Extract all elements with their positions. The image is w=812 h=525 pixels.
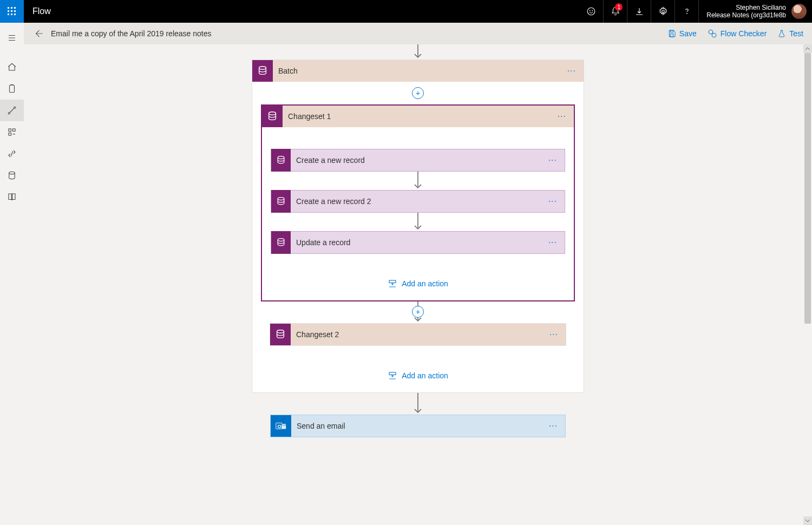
- test-button[interactable]: Test: [777, 29, 803, 38]
- cds-connector-icon: [270, 324, 291, 345]
- account-manager[interactable]: Stephen Siciliano Release Notes (org3d1f…: [698, 0, 812, 23]
- svg-rect-5: [14, 10, 16, 12]
- svg-point-16: [14, 107, 16, 108]
- cds-connector-icon: [252, 60, 273, 82]
- svg-point-29: [278, 239, 284, 241]
- save-button[interactable]: Save: [667, 29, 697, 38]
- action-create-record[interactable]: Create a new record ···: [271, 149, 565, 172]
- settings-button[interactable]: [651, 0, 675, 23]
- add-action-changeset1[interactable]: Add an action: [271, 269, 565, 292]
- action-menu-button[interactable]: ···: [541, 196, 565, 206]
- svg-rect-7: [11, 14, 12, 15]
- avatar: [791, 4, 807, 19]
- changeset-1-menu-button[interactable]: ···: [550, 111, 574, 121]
- cds-connector-icon: [262, 106, 283, 127]
- left-nav-rail: [0, 23, 24, 525]
- flow-checker-button[interactable]: Flow Checker: [708, 29, 767, 38]
- add-step-button[interactable]: +: [412, 306, 424, 318]
- svg-point-25: [259, 67, 266, 70]
- connector-arrow-icon: [414, 393, 422, 415]
- rail-action-items[interactable]: [0, 78, 24, 100]
- changeset-2-menu-button[interactable]: ···: [542, 330, 566, 339]
- changeset-1-card: Changeset 1 ··· Create a new record ···: [261, 104, 575, 301]
- cds-connector-icon: [271, 149, 291, 172]
- action-update-record[interactable]: Update a record ···: [271, 231, 565, 254]
- brand-name: Flow: [24, 6, 60, 16]
- notification-badge: 1: [615, 3, 623, 11]
- global-header: Flow 1 Stephen Siciliano Release Notes (…: [0, 0, 812, 23]
- add-action-label: Add an action: [402, 371, 448, 380]
- batch-header[interactable]: Batch ···: [252, 60, 584, 82]
- test-label: Test: [789, 29, 803, 38]
- svg-rect-18: [13, 129, 16, 132]
- vertical-scrollbar[interactable]: [803, 44, 812, 525]
- scrollbar-thumb[interactable]: [804, 53, 811, 324]
- user-org: Release Notes (org3d1fe8b: [706, 11, 786, 19]
- connector-arrow-icon: [414, 213, 422, 231]
- feedback-button[interactable]: [579, 0, 603, 23]
- svg-rect-32: [389, 372, 396, 375]
- notifications-button[interactable]: 1: [603, 0, 627, 23]
- app-launcher-button[interactable]: [0, 0, 24, 23]
- action-label: Update a record: [291, 238, 541, 247]
- send-email-header[interactable]: O Send an email ···: [271, 415, 565, 437]
- download-button[interactable]: [627, 0, 651, 23]
- svg-point-20: [9, 172, 15, 174]
- rail-learn[interactable]: [0, 186, 24, 208]
- svg-rect-30: [389, 280, 396, 283]
- svg-rect-19: [9, 133, 11, 136]
- cds-connector-icon: [271, 190, 291, 213]
- svg-rect-17: [9, 129, 11, 132]
- save-label: Save: [679, 29, 697, 38]
- scroll-up-arrow-icon[interactable]: [803, 44, 812, 53]
- svg-point-13: [686, 13, 687, 14]
- action-create-record-2[interactable]: Create a new record 2 ···: [271, 190, 565, 213]
- svg-rect-8: [14, 14, 16, 15]
- rail-home[interactable]: [0, 56, 24, 78]
- action-menu-button[interactable]: ···: [541, 238, 565, 247]
- add-action-batch[interactable]: Add an action: [261, 361, 575, 384]
- connector-arrow-icon: [414, 172, 422, 190]
- action-menu-button[interactable]: ···: [541, 155, 565, 165]
- svg-point-12: [662, 10, 664, 13]
- send-email-title: Send an email: [291, 422, 541, 430]
- action-label: Create a new record 2: [291, 197, 541, 206]
- add-step-button[interactable]: +: [412, 87, 424, 99]
- scroll-down-arrow-icon[interactable]: [803, 516, 812, 525]
- changeset-1-title: Changeset 1: [283, 112, 550, 121]
- rail-menu-button[interactable]: [0, 27, 24, 49]
- batch-menu-button[interactable]: ···: [560, 66, 584, 76]
- send-email-menu-button[interactable]: ···: [541, 421, 565, 431]
- svg-point-10: [590, 10, 591, 11]
- changeset-2-title: Changeset 2: [291, 330, 542, 339]
- rail-data[interactable]: [0, 165, 24, 186]
- svg-rect-2: [14, 7, 16, 9]
- designer-toolbar: Email me a copy of the April 2019 releas…: [24, 23, 812, 44]
- send-email-card: O Send an email ···: [270, 415, 566, 437]
- flow-checker-label: Flow Checker: [721, 29, 767, 38]
- svg-point-9: [587, 8, 595, 15]
- svg-rect-14: [10, 85, 15, 93]
- svg-rect-4: [11, 10, 12, 12]
- flow-title[interactable]: Email me a copy of the April 2019 releas…: [51, 29, 212, 38]
- changeset-2-header[interactable]: Changeset 2 ···: [270, 324, 566, 345]
- batch-title: Batch: [273, 67, 560, 75]
- svg-rect-6: [8, 14, 9, 15]
- changeset-1-header[interactable]: Changeset 1 ···: [262, 106, 574, 127]
- svg-point-26: [269, 112, 276, 115]
- rail-my-flows[interactable]: [0, 100, 24, 121]
- svg-rect-1: [11, 7, 12, 9]
- rail-connectors[interactable]: [0, 143, 24, 165]
- add-action-label: Add an action: [402, 279, 448, 288]
- svg-rect-3: [8, 10, 9, 12]
- svg-text:O: O: [278, 424, 281, 429]
- changeset-2-card: Changeset 2 ···: [270, 323, 566, 346]
- action-label: Create a new record: [291, 156, 541, 165]
- back-button[interactable]: [32, 27, 49, 41]
- svg-rect-21: [670, 30, 673, 32]
- outlook-connector-icon: O: [271, 415, 291, 437]
- user-name: Stephen Siciliano: [706, 4, 786, 11]
- connector-arrow-icon: [414, 44, 422, 60]
- rail-templates[interactable]: [0, 121, 24, 143]
- help-button[interactable]: [675, 0, 698, 23]
